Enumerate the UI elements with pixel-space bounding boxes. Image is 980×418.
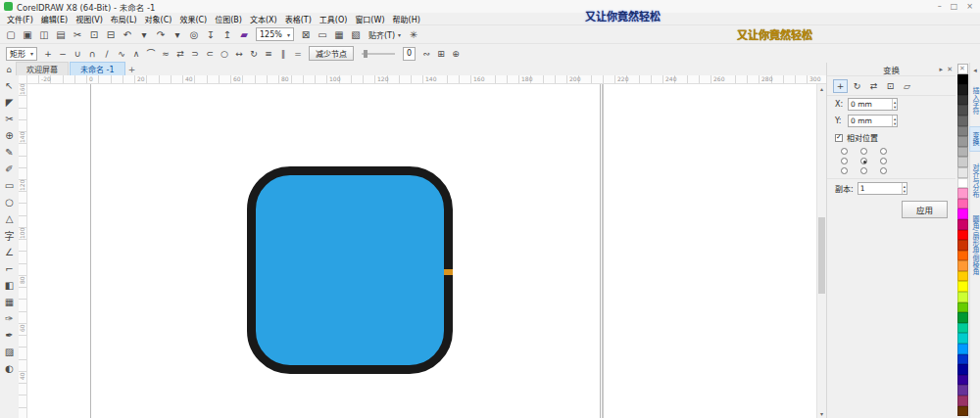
color-eyedropper-tool-icon[interactable]: ✑ [1,310,18,327]
scroll-up-icon[interactable]: ▴ [817,84,826,93]
freehand-tool-icon[interactable]: ✎ [1,144,18,161]
size-mode-icon[interactable]: ⊡ [883,79,898,93]
docker-tab[interactable]: 插入字符 [970,82,980,119]
scroll-down-icon[interactable]: ▾ [817,409,826,418]
spin-down-icon[interactable]: ▾ [903,189,906,194]
export-icon[interactable]: ↥ [220,27,235,42]
break-curve-icon[interactable]: ∩ [85,47,99,61]
spin-down-icon[interactable]: ▾ [893,121,897,126]
menu-item[interactable]: 文本(X) [246,14,281,24]
color-swatch[interactable] [957,157,968,167]
connector-tool-icon[interactable]: ⌐ [1,260,18,277]
fullscreen-preview-icon[interactable]: ⊠ [298,27,314,42]
publish-pdf-icon[interactable]: ▰ [236,27,252,42]
fill-tool-icon[interactable]: ▨ [1,344,18,360]
anchor-radio[interactable] [860,148,867,155]
menu-item[interactable]: 效果(C) [175,14,211,24]
menu-item[interactable]: 位图(B) [211,14,246,24]
curve-smoothness-slider[interactable] [362,53,395,55]
zoom-tool-icon[interactable]: ⊕ [1,127,18,144]
color-swatch[interactable] [957,292,968,302]
color-swatch[interactable] [957,167,968,178]
polygon-tool-icon[interactable]: △ [1,210,18,227]
menu-item[interactable]: 对象(C) [141,14,176,24]
ruler-origin-corner[interactable] [19,75,27,84]
color-swatch[interactable] [957,105,968,116]
snap-to-button[interactable]: 贴齐(T) ▾ [365,29,405,40]
menu-item[interactable]: 布局(L) [107,14,141,24]
y-spin-buttons[interactable]: ▴ ▾ [892,116,897,126]
show-grid-icon[interactable]: ▦ [331,27,347,42]
show-rulers-icon[interactable]: ▭ [315,27,330,42]
reduce-nodes-button[interactable]: 减少节点 [309,46,354,61]
ellipse-tool-icon[interactable]: ○ [1,194,18,210]
color-swatch[interactable] [957,230,968,241]
vertical-ruler[interactable]: 160 140 120 100 80 60 40 [19,84,27,418]
color-swatch[interactable] [957,364,968,375]
color-swatch[interactable] [957,395,968,406]
menu-item[interactable]: 表格(T) [281,14,316,24]
color-swatch[interactable] [957,84,968,95]
color-swatch[interactable] [957,116,968,126]
redo-dropdown-icon[interactable]: ▾ [170,27,185,42]
convert-to-curve-icon[interactable]: ∿ [115,47,128,61]
menu-item[interactable]: 窗口(W) [351,14,388,24]
docker-flyout-icon[interactable]: ▸ [940,66,944,73]
symmetrical-node-icon[interactable]: ≈ [159,47,172,61]
select-all-nodes-icon[interactable]: ⊞ [434,47,448,61]
color-swatch[interactable] [957,209,968,219]
x-position-field[interactable]: 0 mm ▴ ▾ [848,98,898,111]
new-tab-button[interactable]: + [126,64,138,75]
scrollbar-track[interactable] [817,93,826,409]
close-button[interactable]: × [966,2,973,11]
color-swatch[interactable] [957,219,968,230]
menu-item[interactable]: 编辑(E) [37,14,72,24]
color-swatch[interactable] [957,147,968,158]
close-curve-icon[interactable]: ○ [218,47,231,61]
undo-dropdown-icon[interactable]: ▾ [136,27,152,42]
options-gear-icon[interactable]: ✳ [406,27,421,42]
anchor-radio[interactable] [880,158,887,164]
color-swatch[interactable] [957,375,968,386]
scale-mirror-mode-icon[interactable]: ⇄ [866,79,881,93]
docker-tab[interactable]: 圆角/扇形角/倒棱角 [970,210,980,280]
cut-icon[interactable]: ✂ [70,27,85,42]
anchor-radio[interactable] [841,158,848,164]
color-swatch[interactable] [957,251,968,261]
color-swatch[interactable] [957,385,968,395]
save-icon[interactable]: ◫ [36,27,52,42]
mesh-fill-tool-icon[interactable]: ▦ [1,294,18,310]
interactive-fill-tool-icon[interactable]: ◧ [1,277,18,294]
menu-item[interactable]: 文件(F) [3,14,37,24]
join-nodes-icon[interactable]: ∪ [71,47,84,61]
curve-smoothness-spinner[interactable]: 0 [403,47,416,61]
anchor-radio[interactable] [860,167,867,174]
maximize-button[interactable]: □ [951,2,958,11]
anchor-radio[interactable] [841,167,848,174]
color-swatch[interactable] [957,126,968,137]
apply-button[interactable]: 应用 [902,201,948,218]
color-swatch[interactable] [957,354,968,365]
menu-item[interactable]: 视图(V) [72,14,107,24]
outline-pen-tool-icon[interactable]: ✒ [1,327,18,344]
search-content-icon[interactable]: ◎ [186,27,202,42]
x-spin-buttons[interactable]: ▴ ▾ [892,99,897,110]
color-swatch[interactable] [957,136,968,147]
reverse-direction-icon[interactable]: ⇄ [173,47,187,61]
color-swatch[interactable] [957,240,968,251]
box-select-icon[interactable]: ⊕ [449,47,463,61]
import-icon[interactable]: ↧ [203,27,219,42]
anchor-radio[interactable] [841,148,848,155]
extend-curve-icon[interactable]: ⊃ [188,47,202,61]
copies-spin-buttons[interactable]: ▴ ▾ [902,183,906,194]
horizontal-ruler[interactable]: -20 0 20 40 60 80 100 [27,75,826,84]
print-icon[interactable]: ▤ [53,27,69,42]
tab-welcome-screen[interactable]: 欢迎屏幕 [16,62,69,75]
elastic-mode-icon[interactable]: ∾ [419,47,433,61]
docker-close-icon[interactable]: ✕ [947,66,953,73]
color-swatch[interactable] [957,323,968,334]
stretch-nodes-icon[interactable]: ↔ [232,47,246,61]
home-icon[interactable]: ⌂ [2,64,16,75]
anchor-radio[interactable] [880,148,887,155]
align-nodes-icon[interactable]: ≡ [262,47,275,61]
